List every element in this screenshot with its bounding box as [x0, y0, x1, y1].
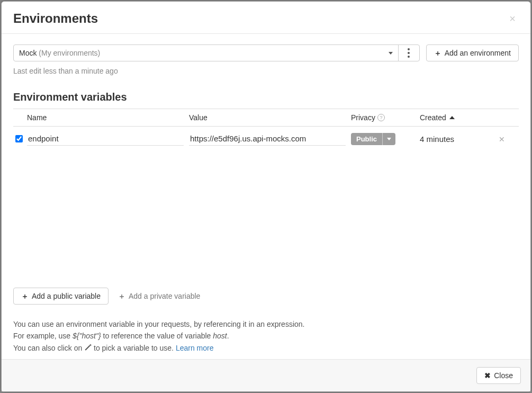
variable-created-text: 4 minutes — [414, 135, 494, 144]
add-environment-label: Add an environment — [445, 49, 511, 57]
close-button-label: Close — [494, 371, 513, 380]
add-private-variable-label: Add a private variable — [129, 292, 200, 300]
environment-options-button[interactable] — [398, 45, 419, 61]
close-icon[interactable]: × — [506, 12, 519, 25]
add-environment-button[interactable]: ＋ Add an environment — [426, 44, 519, 61]
privacy-toggle[interactable]: Public — [351, 133, 395, 145]
variables-table: Name Value Privacy ? Created — [13, 109, 519, 151]
variables-section-title: Environment variables — [13, 91, 519, 103]
last-edit-text: Last edit less than a minute ago — [13, 67, 519, 75]
close-button[interactable]: ✖ Close — [476, 367, 521, 384]
sort-ascending-icon — [449, 116, 455, 119]
environment-selector-row: Mock (My environments) ＋ Add an environm… — [13, 44, 519, 61]
environment-select: Mock (My environments) — [13, 44, 420, 61]
privacy-caret — [382, 133, 395, 145]
variables-header-row: Name Value Privacy ? Created — [13, 109, 519, 127]
add-public-variable-label: Add a public variable — [32, 292, 101, 300]
wand-icon — [84, 344, 92, 352]
col-created-label: Created — [420, 113, 446, 122]
variables-empty-area — [13, 151, 519, 283]
caret-down-icon — [387, 138, 391, 140]
variable-name-input[interactable] — [27, 132, 184, 146]
modal-body: Mock (My environments) ＋ Add an environm… — [2, 34, 530, 359]
help-line-3: You can also click on to pick a variable… — [13, 342, 519, 354]
variable-value-input[interactable] — [189, 132, 346, 146]
col-privacy-header[interactable]: Privacy ? — [351, 113, 414, 122]
modal-title: Environments — [13, 11, 98, 26]
delete-variable-icon[interactable]: ✕ — [499, 135, 505, 144]
col-value-header[interactable]: Value — [189, 113, 351, 122]
help-icon[interactable]: ? — [377, 114, 385, 121]
add-public-variable-button[interactable]: ＋ Add a public variable — [13, 288, 109, 305]
kebab-icon — [408, 48, 410, 58]
modal-footer: ✖ Close — [2, 359, 530, 391]
add-variable-row: ＋ Add a public variable ＋ Add a private … — [13, 288, 519, 305]
caret-down-icon — [389, 52, 393, 55]
col-created-header[interactable]: Created — [414, 113, 494, 122]
col-name-header[interactable]: Name — [27, 113, 189, 122]
add-private-variable-button[interactable]: ＋ Add a private variable — [116, 288, 202, 304]
environment-name: Mock — [19, 49, 37, 57]
variable-row: Public 4 minutes ✕ — [13, 127, 519, 151]
plus-icon: ＋ — [21, 292, 29, 300]
privacy-label: Public — [351, 133, 382, 145]
help-line-2: For example, use ${"host"} to reference … — [13, 330, 519, 342]
close-x-icon: ✖ — [484, 371, 491, 380]
col-privacy-label: Privacy — [351, 113, 375, 122]
plus-icon: ＋ — [118, 292, 125, 300]
help-text: You can use an environment variable in y… — [13, 318, 519, 354]
environment-scope: (My environments) — [39, 49, 100, 57]
variable-enabled-checkbox[interactable] — [15, 135, 23, 142]
environments-modal: Environments × Mock (My environments) ＋ … — [1, 1, 531, 392]
environment-dropdown-label: Mock (My environments) — [19, 49, 100, 57]
modal-header: Environments × — [2, 2, 530, 34]
plus-icon: ＋ — [434, 49, 441, 57]
environment-dropdown[interactable]: Mock (My environments) — [14, 45, 398, 61]
help-line-1: You can use an environment variable in y… — [13, 318, 519, 330]
learn-more-link[interactable]: Learn more — [176, 344, 214, 352]
